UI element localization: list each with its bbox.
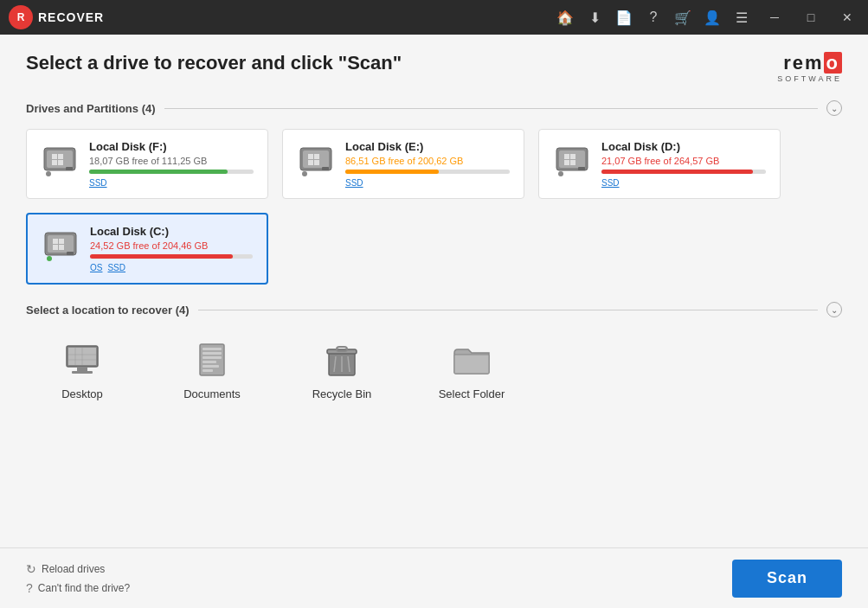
titlebar: R RECOVER 🏠 ⬇ 📄 ? 🛒 👤 ☰ ─ □ ✕ — [0, 0, 868, 35]
svg-rect-38 — [77, 367, 87, 371]
svg-rect-39 — [72, 371, 93, 374]
svg-rect-10 — [308, 154, 313, 159]
remo-logo-text: remo — [783, 52, 842, 74]
download-icon[interactable]: ⬇ — [586, 9, 603, 26]
drive-bar-bg-3 — [90, 254, 253, 259]
location-label-desktop: Desktop — [61, 387, 103, 400]
question-icon: ? — [26, 581, 33, 595]
drive-free-3: 24,52 GB free of 204,46 GB — [90, 240, 253, 251]
close-button[interactable]: ✕ — [835, 5, 859, 29]
drive-bar-fill-0 — [89, 170, 228, 174]
bottombar: ↻ Reload drives ? Can't find the drive? … — [0, 547, 868, 608]
drives-section-label: Drives and Partitions (4) — [26, 102, 156, 115]
svg-rect-5 — [58, 160, 63, 165]
drive-card-1[interactable]: Local Disk (E:)86,51 GB free of 200,62 G… — [282, 129, 524, 199]
reload-drives-link[interactable]: ↻ Reload drives — [26, 562, 130, 576]
documents-icon — [191, 339, 233, 381]
drive-card-2[interactable]: Local Disk (D:)21,07 GB free of 264,57 G… — [538, 129, 781, 199]
drive-icon-1 — [297, 140, 335, 178]
drive-tags-2: SSD — [601, 178, 766, 188]
scan-button[interactable]: Scan — [732, 560, 842, 598]
drive-free-2: 21,07 GB free of 264,57 GB — [601, 156, 766, 166]
maximize-button[interactable]: □ — [799, 5, 823, 29]
drive-name-2: Local Disk (D:) — [601, 140, 766, 153]
svg-rect-28 — [53, 245, 58, 250]
svg-rect-46 — [203, 369, 213, 372]
drive-tag-ssd[interactable]: SSD — [107, 263, 125, 272]
locations-section-line — [198, 310, 818, 310]
drive-bar-fill-2 — [601, 170, 753, 174]
drive-bar-fill-3 — [90, 254, 233, 259]
locations-grid: Desktop Documents Recycle Bin — [26, 330, 842, 409]
svg-rect-42 — [203, 352, 222, 355]
cant-find-link[interactable]: ? Can't find the drive? — [26, 581, 130, 595]
drives-collapse-button[interactable]: ⌄ — [826, 100, 842, 116]
location-label-recycle: Recycle Bin — [312, 387, 372, 400]
drive-tags-0: SSD — [89, 178, 254, 188]
drive-info-3: Local Disk (C:)24,52 GB free of 204,46 G… — [90, 225, 253, 272]
svg-rect-19 — [570, 154, 575, 159]
svg-point-6 — [46, 171, 51, 176]
svg-rect-31 — [67, 252, 74, 255]
drive-tag-os[interactable]: OS — [90, 263, 102, 272]
svg-rect-41 — [203, 348, 222, 350]
svg-point-22 — [558, 171, 563, 176]
svg-rect-4 — [52, 160, 57, 165]
svg-rect-2 — [52, 154, 57, 159]
cart-icon[interactable]: 🛒 — [674, 9, 691, 26]
svg-rect-44 — [203, 361, 216, 363]
svg-rect-12 — [308, 160, 313, 165]
location-label-documents: Documents — [183, 387, 241, 400]
svg-rect-23 — [578, 167, 585, 170]
drives-grid: Local Disk (F:)18,07 GB free of 111,25 G… — [26, 129, 842, 285]
locations-section-label: Select a location to recover (4) — [26, 304, 190, 317]
locations-section-header: Select a location to recover (4) ⌄ — [26, 302, 842, 317]
drive-tag-ssd[interactable]: SSD — [89, 178, 107, 188]
svg-rect-53 — [454, 355, 489, 374]
remo-logo: remo SOFTWARE — [777, 52, 842, 83]
svg-rect-27 — [59, 239, 64, 244]
location-item-recycle[interactable]: Recycle Bin — [286, 330, 398, 409]
drives-section-header: Drives and Partitions (4) ⌄ — [26, 100, 842, 116]
cant-find-label: Can't find the drive? — [38, 582, 130, 594]
drive-card-3[interactable]: Local Disk (C:)24,52 GB free of 204,46 G… — [26, 213, 268, 285]
app-name: RECOVER — [38, 10, 104, 24]
user-icon[interactable]: 👤 — [704, 9, 721, 26]
location-item-folder[interactable]: Select Folder — [415, 330, 528, 409]
menu-icon[interactable]: ☰ — [733, 9, 750, 26]
drive-icon-3 — [42, 225, 80, 263]
remo-logo-sub: SOFTWARE — [777, 74, 842, 83]
locations-collapse-button[interactable]: ⌄ — [826, 302, 842, 317]
desktop-icon — [61, 339, 103, 381]
home-icon[interactable]: 🏠 — [556, 9, 574, 26]
reload-icon: ↻ — [26, 562, 36, 576]
minimize-button[interactable]: ─ — [762, 5, 787, 29]
drive-name-1: Local Disk (E:) — [345, 140, 510, 153]
folder-icon — [451, 339, 492, 381]
drive-tag-ssd[interactable]: SSD — [345, 178, 363, 188]
drive-card-0[interactable]: Local Disk (F:)18,07 GB free of 111,25 G… — [26, 129, 268, 199]
svg-rect-3 — [58, 154, 63, 159]
svg-rect-21 — [570, 160, 575, 165]
svg-rect-11 — [314, 154, 319, 159]
svg-rect-29 — [59, 245, 64, 250]
drive-free-1: 86,51 GB free of 200,62 GB — [345, 156, 510, 166]
svg-rect-7 — [66, 167, 73, 170]
drive-tag-ssd[interactable]: SSD — [601, 178, 620, 188]
drive-tags-3: OSSSD — [90, 263, 253, 272]
drive-info-2: Local Disk (D:)21,07 GB free of 264,57 G… — [601, 140, 766, 188]
bottom-links: ↻ Reload drives ? Can't find the drive? — [26, 562, 130, 595]
drive-info-1: Local Disk (E:)86,51 GB free of 200,62 G… — [345, 140, 510, 188]
location-item-documents[interactable]: Documents — [156, 330, 268, 409]
page-title: Select a drive to recover and click "Sca… — [26, 52, 402, 74]
drive-bar-bg-2 — [601, 170, 766, 174]
title-actions: 🏠 ⬇ 📄 ? 🛒 👤 ☰ ─ □ ✕ — [556, 5, 859, 29]
drive-bar-bg-1 — [345, 170, 510, 174]
help-icon[interactable]: ? — [645, 9, 662, 26]
location-item-desktop[interactable]: Desktop — [26, 330, 138, 409]
file-icon[interactable]: 📄 — [615, 9, 633, 26]
app-logo: R RECOVER — [9, 5, 104, 29]
main-content: Select a drive to recover and click "Sca… — [0, 35, 868, 547]
svg-rect-43 — [203, 356, 222, 359]
recycle-icon — [321, 339, 363, 381]
